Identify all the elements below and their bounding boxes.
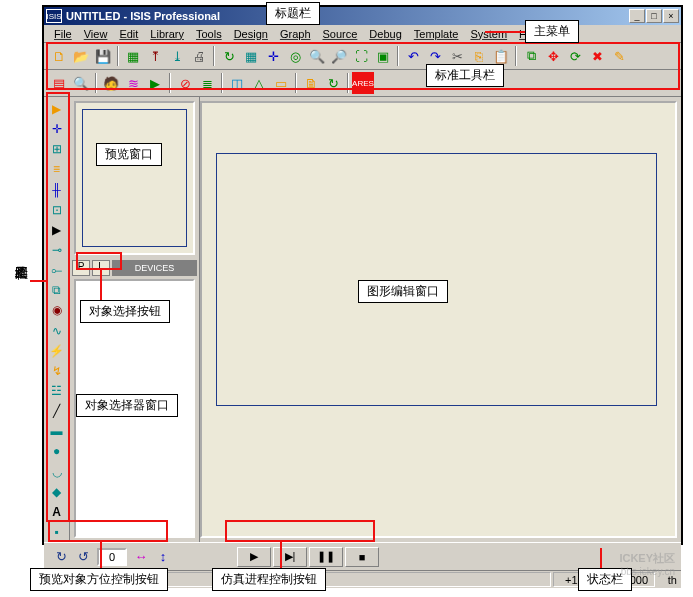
open-icon[interactable]: 📂 [70, 45, 92, 67]
callout-obj-btn: 对象选择按钮 [80, 300, 170, 323]
block-rotate-icon[interactable]: ⟳ [564, 45, 586, 67]
rotate-cw-icon[interactable]: ↻ [50, 547, 72, 567]
generator-icon[interactable]: ∿ [46, 322, 68, 340]
app-window: ISIS UNTITLED - ISIS Professional _ □ × … [42, 5, 683, 545]
device-pins-icon[interactable]: ⟜ [46, 261, 68, 279]
circle-icon[interactable]: ● [46, 442, 68, 460]
print-icon[interactable]: 🖨 [188, 45, 210, 67]
callout-preview: 预览窗口 [96, 143, 162, 166]
export-icon[interactable]: ⤓ [166, 45, 188, 67]
component-mode-icon[interactable]: ▶ [46, 100, 68, 118]
property-assign-icon[interactable]: 🧑 [100, 72, 122, 94]
editing-window[interactable] [200, 101, 677, 538]
symbol-icon[interactable]: ▪ [46, 523, 68, 541]
object-selector-header: P L DEVICES [70, 259, 199, 277]
graph-icon[interactable]: ⧉ [46, 281, 68, 299]
pick-icon[interactable]: ✎ [608, 45, 630, 67]
tool1-icon[interactable]: ◫ [226, 72, 248, 94]
import-icon[interactable]: ⤒ [144, 45, 166, 67]
mirror-x-icon[interactable]: ↔ [130, 547, 152, 567]
zoom-out-icon[interactable]: 🔎 [328, 45, 350, 67]
text-icon[interactable]: A [46, 503, 68, 521]
new-icon[interactable]: 🗋 [48, 45, 70, 67]
watermark-sub: bbs.ickey.cn [619, 566, 675, 577]
callout-mainmenu: 主菜单 [525, 20, 579, 43]
origin-icon[interactable]: ✛ [262, 45, 284, 67]
menu-edit[interactable]: Edit [113, 28, 144, 40]
maximize-button[interactable]: □ [646, 9, 662, 23]
line-icon[interactable]: ╱ [46, 402, 68, 420]
voltage-probe-icon[interactable]: ⚡ [46, 342, 68, 360]
search-icon[interactable]: 🔍 [70, 72, 92, 94]
titlebar: ISIS UNTITLED - ISIS Professional _ □ × [44, 7, 681, 25]
close-button[interactable]: × [663, 9, 679, 23]
play-button[interactable]: ▶ [237, 547, 271, 567]
path-icon[interactable]: ◆ [46, 483, 68, 501]
zoom-in-icon[interactable]: 🔍 [306, 45, 328, 67]
box-icon[interactable]: ▬ [46, 422, 68, 440]
callout-std-toolbar: 标准工具栏 [426, 64, 504, 87]
toolbar-row-2: ▤ 🔍 🧑 ≋ ▶ ⊘ ≣ ◫ △ ▭ 🗎 ↻ ARES [44, 70, 681, 97]
tape-icon[interactable]: ◉ [46, 301, 68, 319]
menu-file[interactable]: File [48, 28, 78, 40]
watermark-main: ICKEY社区 [619, 551, 675, 566]
devices-label: DEVICES [112, 260, 197, 276]
print-area-icon[interactable]: ▦ [122, 45, 144, 67]
netlist-ares-icon[interactable]: ▶ [144, 72, 166, 94]
menubar: File View Edit Library Tools Design Grap… [44, 25, 681, 43]
menu-view[interactable]: View [78, 28, 114, 40]
tool5-icon[interactable]: ↻ [322, 72, 344, 94]
netlist-compile-icon[interactable]: ≣ [196, 72, 218, 94]
current-probe-icon[interactable]: ↯ [46, 362, 68, 380]
mirror-y-icon[interactable]: ↕ [152, 547, 174, 567]
tool2-icon[interactable]: △ [248, 72, 270, 94]
callout-obj-window: 对象选择器窗口 [76, 394, 178, 417]
menu-source[interactable]: Source [317, 28, 364, 40]
preview-extent [82, 109, 187, 247]
text-script-icon[interactable]: ≡ [46, 160, 68, 178]
minimize-button[interactable]: _ [629, 9, 645, 23]
menu-system[interactable]: System [464, 28, 513, 40]
wire-label-icon[interactable]: ⊞ [46, 140, 68, 158]
tool4-icon[interactable]: 🗎 [300, 72, 322, 94]
zoom-area-icon[interactable]: ▣ [372, 45, 394, 67]
refresh-icon[interactable]: ↻ [218, 45, 240, 67]
callout-edit-window: 图形编辑窗口 [358, 280, 448, 303]
terminals-icon[interactable]: ⊸ [46, 241, 68, 259]
callout-sim: 仿真进程控制按钮 [212, 568, 326, 591]
pause-button[interactable]: ❚❚ [309, 547, 343, 567]
arc-icon[interactable]: ◡ [46, 463, 68, 481]
callout-orient: 预览对象方位控制按钮 [30, 568, 168, 591]
block-copy-icon[interactable]: ⧉ [520, 45, 542, 67]
stop-button[interactable]: ■ [345, 547, 379, 567]
bus-icon[interactable]: ╫ [46, 181, 68, 199]
block-move-icon[interactable]: ✥ [542, 45, 564, 67]
save-icon[interactable]: 💾 [92, 45, 114, 67]
menu-design[interactable]: Design [228, 28, 274, 40]
ares-icon[interactable]: ARES [352, 72, 374, 94]
block-delete-icon[interactable]: ✖ [586, 45, 608, 67]
tool3-icon[interactable]: ▭ [270, 72, 292, 94]
menu-graph[interactable]: Graph [274, 28, 317, 40]
zoom-all-icon[interactable]: ⛶ [350, 45, 372, 67]
center-icon[interactable]: ◎ [284, 45, 306, 67]
trace-icon[interactable]: ≋ [122, 72, 144, 94]
menu-library[interactable]: Library [144, 28, 190, 40]
wire-autoroute-icon[interactable]: ▤ [48, 72, 70, 94]
simulation-controls: ▶ ▶| ❚❚ ■ [234, 545, 382, 569]
subcircuit-icon[interactable]: ⊡ [46, 201, 68, 219]
watermark: ICKEY社区 bbs.ickey.cn [619, 551, 675, 577]
erc-icon[interactable]: ⊘ [174, 72, 196, 94]
step-button[interactable]: ▶| [273, 547, 307, 567]
menu-template[interactable]: Template [408, 28, 465, 40]
rotate-ccw-icon[interactable]: ↺ [72, 547, 94, 567]
preview-window [74, 101, 195, 255]
junction-icon[interactable]: ✛ [46, 120, 68, 138]
selection-icon[interactable]: ▶ [46, 221, 68, 239]
pick-devices-button[interactable]: P [72, 260, 90, 276]
undo-icon[interactable]: ↶ [402, 45, 424, 67]
menu-debug[interactable]: Debug [363, 28, 407, 40]
instruments-icon[interactable]: ☳ [46, 382, 68, 400]
menu-tools[interactable]: Tools [190, 28, 228, 40]
grid-icon[interactable]: ▦ [240, 45, 262, 67]
